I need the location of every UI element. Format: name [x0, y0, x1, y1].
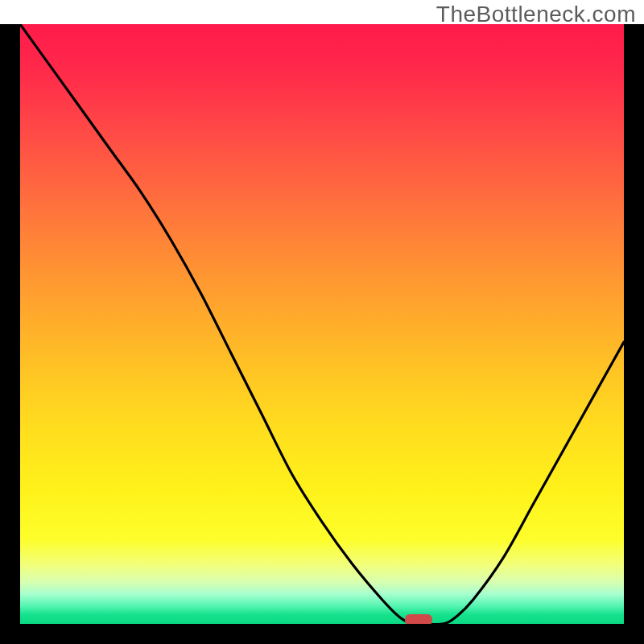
- watermark-label: TheBottleneck.com: [436, 2, 636, 27]
- chart-stage: TheBottleneck.com: [0, 0, 644, 644]
- bottleneck-curve: [20, 24, 624, 624]
- plot-area: [20, 24, 624, 624]
- curve-svg: [20, 24, 624, 624]
- optimal-marker: [405, 614, 432, 624]
- chart-frame: [0, 24, 644, 644]
